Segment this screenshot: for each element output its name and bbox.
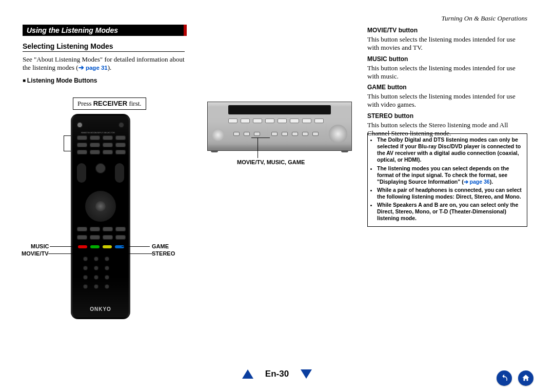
instruction-strong: RECEIVER [93,100,127,107]
remote-btn [103,143,113,147]
note-item-2: The listening modes you can select depen… [377,165,525,185]
arrow-icon: ➔ [464,179,470,185]
receiver-illustration [207,102,352,151]
instruction-pre: Press [77,100,93,107]
num-btn [83,275,88,280]
section-title-bar: Using the Listening Modes [23,25,187,36]
section-title-accent [184,25,187,36]
game-button-desc: This button selects the listening modes … [367,92,527,109]
note-item-1: The Dolby Digital and DTS listening mode… [377,136,525,164]
callout-line [251,138,270,138]
remote-btn [77,235,87,240]
next-page-button[interactable] [301,369,312,379]
callout-line [50,246,78,247]
receiver-foot-icon [341,150,348,152]
back-button[interactable] [497,370,512,386]
num-btn [83,266,88,270]
page-number: En-30 [265,369,289,379]
num-btn [94,257,98,261]
remote-label-micro: REMOTE MODE/INPUT SELECTOR [81,131,115,134]
remote-btn [90,143,100,147]
callout-line [64,151,71,151]
stereo-button-heading: STEREO button [367,112,527,120]
num-btn [83,284,88,289]
remote-btn [103,227,113,231]
callout-line [121,253,152,254]
remote-btn [115,143,126,147]
remote-btn [103,135,113,140]
callout-line [122,246,150,247]
remote-illustration: REMOTE MODE/INPUT SELECTOR [71,114,130,319]
subsection-heading: Selecting Listening Modes [23,42,185,52]
receiver-body [207,102,352,151]
stereo-mode-button [115,245,124,248]
remote-btn [103,235,113,240]
num-btn [105,257,109,261]
home-button[interactable] [518,370,533,386]
note-item-4: While Speakers A and B are on, you can s… [377,202,525,222]
right-column: MOVIE/TV button This button selects the … [367,24,527,139]
remote-btn [90,150,100,154]
num-btn [83,257,88,261]
music-mode-button [90,245,100,248]
undo-icon [500,374,509,383]
instruction-post: first. [127,100,141,107]
page-link-36[interactable]: page 36 [470,179,490,185]
instruction-box: Press RECEIVER first. [73,97,146,110]
callout-label-music: MUSIC [31,243,49,249]
callout-line [48,253,82,254]
remote-btn [115,150,126,154]
remote-top-right-button [118,122,124,128]
remote-btn [90,235,100,240]
receiver-caption: MOVIE/TV, MUSIC, GAME [237,159,305,165]
num-btn [94,284,98,289]
receiver-left-knob-icon [212,129,224,141]
arrow-icon: ➔ [78,64,86,71]
game-button-heading: GAME button [367,84,527,91]
remote-btn [90,227,100,231]
power-button-icon [77,122,83,128]
num-btn [105,275,109,280]
remote-mid-button [95,163,106,173]
remote-btn [77,227,87,231]
receiver-button-row-1 [228,119,324,123]
remote-btn [77,150,87,154]
music-button-desc: This button selects the listening modes … [367,64,527,81]
intro-text-b: ). [108,64,112,71]
channel-rocker-icon [77,163,86,183]
receiver-volume-knob-icon [329,125,347,143]
notes-box: The Dolby Digital and DTS listening mode… [367,133,527,227]
num-btn [94,275,98,280]
receiver-foot-icon [211,150,218,152]
intro-paragraph: See "About Listening Modes" for detailed… [23,55,185,72]
remote-btn [90,135,100,140]
remote-btn [115,227,126,231]
receiver-display-icon [228,105,331,114]
receiver-button-row-2 [233,132,319,136]
remote-body: REMOTE MODE/INPUT SELECTOR [71,114,130,319]
callout-label-movie-tv: MOVIE/TV [22,250,49,257]
remote-brand-logo: ONKYO [71,306,130,312]
movie-tv-button-heading: MOVIE/TV button [367,27,527,34]
remote-btn [115,135,126,140]
home-icon [521,374,530,383]
remote-btn [115,235,126,240]
page-link-31[interactable]: page 31 [86,65,108,71]
num-btn [105,266,109,270]
remote-btn [103,150,113,154]
remote-btn [77,135,87,140]
callout-label-stereo: STEREO [152,250,175,257]
note-item-3: While a pair of headphones is connected,… [377,187,525,200]
page-footer: En-30 [0,368,554,384]
page-header-section: Turning On & Basic Operations [441,14,527,23]
num-btn [94,266,98,270]
movie-tv-button-desc: This button selects the listening modes … [367,35,527,52]
enter-button-icon [95,201,106,211]
movie-tv-mode-button [78,245,87,248]
callout-line [258,138,258,158]
section-title: Using the Listening Modes [23,26,118,34]
note-2-text-b: ). [490,179,493,185]
game-mode-button [103,245,112,248]
callout-label-game: GAME [152,243,169,249]
prev-page-button[interactable] [242,369,253,379]
